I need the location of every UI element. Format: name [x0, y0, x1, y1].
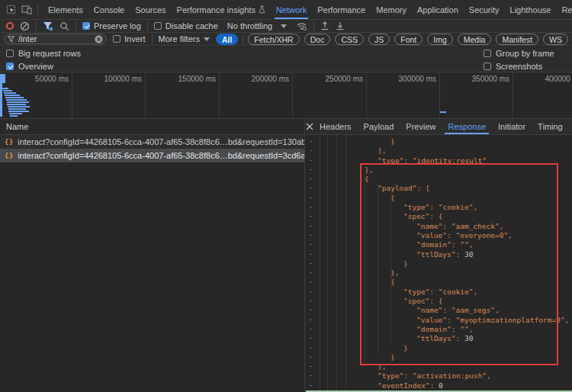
timeline-gridline [219, 72, 220, 118]
filter-chip-font[interactable]: Font [394, 34, 423, 45]
request-row[interactable]: {}interact?configId=44268105-6cca-4007-a… [0, 149, 304, 162]
import-har-icon[interactable] [320, 21, 329, 31]
timeline-gridline [72, 72, 72, 118]
network-toolbar: Preserve log Disable cache No throttling [0, 20, 572, 33]
response-line: "value": "everyone=0", [306, 231, 572, 240]
close-detail-icon[interactable] [306, 119, 313, 134]
overview-checkbox[interactable]: Overview [6, 62, 53, 71]
search-icon[interactable] [59, 21, 69, 31]
group-by-frame-checkbox[interactable]: Group by frame [484, 49, 554, 58]
tab-performance[interactable]: Performance [312, 0, 371, 19]
response-line: }, [306, 268, 572, 278]
waterfall-bar [7, 104, 26, 105]
request-row[interactable]: {}interact?configId=44268105-6cca-4007-a… [0, 135, 304, 149]
tab-performance-insights[interactable]: Performance insights [172, 0, 271, 19]
filter-funnel-icon [8, 36, 15, 43]
timeline-gridline [292, 72, 293, 118]
disable-cache-checkbox[interactable]: Disable cache [154, 21, 218, 31]
invert-checkbox[interactable]: Invert [113, 34, 146, 43]
clear-network-log-icon[interactable] [20, 21, 30, 31]
timeline-tick-label: 300000 ms [386, 75, 436, 83]
preserve-log-checkbox-box[interactable] [82, 22, 90, 30]
response-line: }, [306, 165, 572, 175]
network-overview-timeline[interactable]: 50000 ms100000 ms150000 ms200000 ms25000… [0, 72, 572, 119]
waterfall-bar [6, 99, 27, 101]
tab-console[interactable]: Console [88, 0, 130, 19]
name-column-header-label: Name [6, 122, 28, 131]
response-line: } [306, 344, 572, 353]
filter-chip-css[interactable]: CSS [335, 34, 364, 45]
screenshots-checkbox-box[interactable] [484, 63, 491, 70]
detail-tab-timing[interactable]: Timing [532, 119, 569, 134]
big-request-rows-checkbox[interactable]: Big request rows [6, 49, 81, 58]
request-name: interact?configId=44268105-6cca-4007-af6… [18, 137, 304, 146]
filter-chip-js[interactable]: JS [368, 34, 390, 45]
waterfall-bar [8, 108, 26, 110]
invert-checkbox-box[interactable] [113, 35, 121, 43]
disable-cache-checkbox-box[interactable] [154, 22, 162, 30]
response-body[interactable]: ---------------------------- }],"type": … [306, 135, 572, 392]
clear-filter-icon[interactable] [95, 35, 103, 43]
response-line: "spec": { [306, 297, 572, 306]
json-request-icon: {} [5, 152, 14, 159]
name-column-header[interactable]: Name [0, 119, 304, 135]
filter-chip-ws[interactable]: WS [543, 34, 568, 45]
timeline-tick-label: 100000 ms [92, 75, 142, 83]
response-line: } [306, 137, 572, 146]
tab-label: Security [469, 5, 500, 14]
response-line: "spec": { [306, 212, 572, 221]
preserve-log-checkbox[interactable]: Preserve log [82, 21, 141, 31]
filter-chip-all[interactable]: All [216, 34, 238, 45]
filter-input[interactable] [18, 34, 92, 43]
detail-tab-initiator[interactable]: Initiator [492, 119, 532, 134]
response-line: "ttlDays": 30 [306, 334, 572, 343]
filter-chip-fetch-xhr[interactable]: Fetch/XHR [248, 34, 299, 45]
timeline-tick-label: 150000 ms [165, 75, 216, 83]
filter-icon[interactable] [43, 21, 53, 31]
screenshots-checkbox[interactable]: Screenshots [484, 62, 542, 71]
tab-elements[interactable]: Elements [43, 0, 88, 19]
tab-application[interactable]: Application [412, 0, 464, 19]
export-har-icon[interactable] [336, 21, 345, 31]
throttling-dropdown[interactable]: No throttling [227, 21, 287, 31]
inspect-element-icon[interactable] [6, 5, 16, 14]
request-rows: {}interact?configId=44268105-6cca-4007-a… [0, 135, 304, 162]
tab-sources[interactable]: Sources [130, 0, 171, 19]
tab-lighthouse[interactable]: Lighthouse [505, 0, 557, 19]
timeline-tick-label: 400000 ms [532, 75, 572, 83]
detail-tab-payload[interactable]: Payload [358, 119, 400, 134]
big-request-rows-checkbox-box[interactable] [6, 50, 14, 57]
waterfall-bar [2, 88, 8, 89]
device-toolbar-icon[interactable] [21, 5, 32, 14]
timeline-gridline [145, 72, 146, 118]
filter-chip-manifest[interactable]: Manifest [496, 34, 538, 45]
response-line: "name": "aam_segs", [306, 306, 572, 315]
tab-label: Performance insights [177, 5, 255, 14]
waterfall-bar [8, 106, 30, 108]
disable-cache-label: Disable cache [165, 21, 218, 31]
response-json: }],"type": "identity:result"},{"payload"… [306, 137, 572, 392]
json-request-icon: {} [5, 138, 14, 146]
tab-security[interactable]: Security [464, 0, 505, 19]
filter-input-box[interactable] [4, 34, 107, 44]
tab-network[interactable]: Network [271, 0, 312, 19]
group-by-frame-checkbox-box[interactable] [484, 50, 491, 57]
more-filters-label: More filters [159, 34, 200, 43]
tab-memory[interactable]: Memory [371, 0, 412, 19]
filter-chip-media[interactable]: Media [458, 34, 492, 45]
detail-tab-list: HeadersPayloadPreviewResponseInitiatorTi… [313, 119, 572, 134]
record-network-log-icon[interactable] [6, 22, 14, 30]
devtools-window: ElementsConsoleSourcesPerformance insigh… [0, 0, 572, 392]
network-conditions-icon[interactable] [296, 21, 307, 31]
overview-checkbox-box[interactable] [6, 63, 14, 70]
detail-tab-response[interactable]: Response [442, 119, 492, 134]
filter-chip-img[interactable]: Img [427, 34, 453, 45]
tab-label: Memory [376, 5, 407, 14]
tab-recorder[interactable]: Recorder [556, 0, 572, 19]
detail-tab-cookies[interactable]: Cookies [569, 119, 572, 134]
filter-chip-doc[interactable]: Doc [304, 34, 331, 45]
detail-tab-preview[interactable]: Preview [400, 119, 442, 134]
detail-tab-headers[interactable]: Headers [313, 119, 358, 134]
divider [37, 5, 38, 14]
more-filters-dropdown[interactable]: More filters [159, 34, 210, 43]
